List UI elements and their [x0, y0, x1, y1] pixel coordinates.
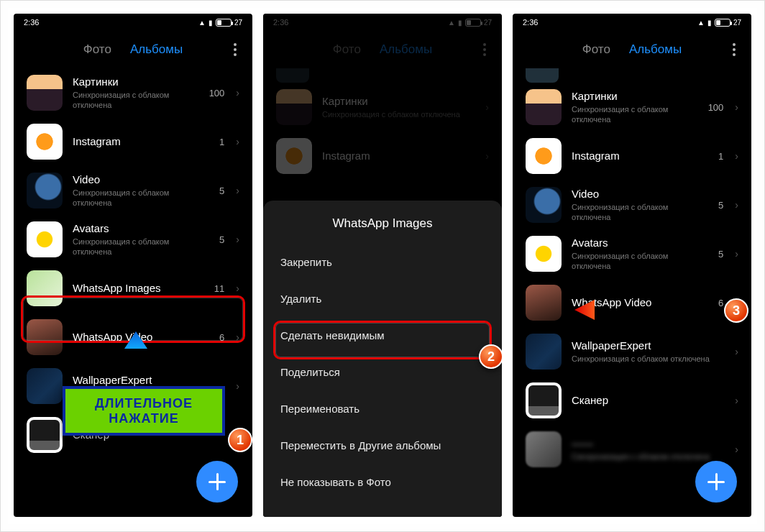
- chevron-right-icon: ›: [735, 444, 738, 455]
- album-thumbnail: [27, 319, 63, 355]
- album-thumbnail: [27, 270, 63, 306]
- wifi-icon: ▲: [697, 19, 705, 27]
- sheet-action[interactable]: Сделать невидимым: [279, 317, 486, 354]
- album-row[interactable]: Instagram1›: [521, 132, 743, 180]
- album-thumbnail: [526, 431, 562, 467]
- tab-bar: Фото Альбомы: [14, 31, 252, 68]
- battery-pct: 27: [733, 19, 741, 27]
- status-icons: ▲ ▮ 27: [198, 19, 242, 27]
- album-title: WallpaperExpert: [572, 339, 713, 352]
- album-meta: AvatarsСинхронизация с облаком отключена: [572, 237, 708, 272]
- album-row[interactable]: WallpaperExpertСинхронизация с облаком о…: [521, 327, 743, 376]
- album-subtitle: Синхронизация с облаком отключена: [572, 354, 713, 364]
- chevron-right-icon: ›: [735, 150, 738, 162]
- album-thumbnail: [27, 221, 63, 257]
- chevron-right-icon: ›: [735, 101, 738, 113]
- album-row[interactable]: AvatarsСинхронизация с облаком отключена…: [22, 215, 244, 264]
- album-thumbnail: [27, 124, 63, 160]
- wifi-icon: ▲: [198, 19, 206, 27]
- chevron-right-icon: ›: [236, 283, 239, 294]
- album-title: Сканер: [572, 394, 713, 407]
- album-meta: КартинкиСинхронизация с облаком отключен…: [572, 90, 698, 125]
- album-count: 11: [214, 283, 224, 294]
- album-row[interactable]: WhatsApp Video6›: [22, 313, 244, 362]
- tab-albums[interactable]: Альбомы: [130, 42, 183, 57]
- album-thumbnail: [526, 236, 562, 272]
- album-row[interactable]: КартинкиСинхронизация с облаком отключен…: [22, 68, 244, 117]
- overflow-menu-icon[interactable]: [228, 41, 242, 58]
- album-meta: WhatsApp Video: [73, 331, 209, 344]
- album-title: Avatars: [73, 222, 209, 235]
- battery-icon: [216, 19, 232, 27]
- status-bar: 2:36 ▲ ▮ 27: [14, 14, 252, 31]
- album-thumbnail: [526, 187, 562, 223]
- sheet-action[interactable]: Поделиться: [279, 354, 486, 390]
- album-subtitle: Синхронизация с облаком отключена: [572, 104, 698, 125]
- album-thumbnail: [526, 334, 562, 370]
- fab-add-button[interactable]: [695, 461, 737, 503]
- album-row[interactable]: VideoСинхронизация с облаком отключена5›: [521, 180, 743, 229]
- album-meta: WhatsApp Video: [572, 296, 708, 309]
- sheet-action[interactable]: Не показывать в Фото: [279, 464, 486, 500]
- fab-add-button[interactable]: [196, 461, 238, 503]
- album-subtitle: Синхронизация с облаком отключена: [73, 237, 209, 257]
- album-title: WallpaperExpert: [73, 374, 214, 387]
- chevron-right-icon: ›: [735, 395, 738, 406]
- album-title: WhatsApp Images: [73, 282, 204, 295]
- album-row[interactable]: КартинкиСинхронизация с облаком отключен…: [521, 83, 743, 132]
- album-stub: [526, 68, 559, 83]
- sheet-action[interactable]: Переместить в Другие альбомы: [279, 427, 486, 464]
- album-subtitle: Синхронизация с облаком отключена: [73, 90, 199, 111]
- album-meta: VideoСинхронизация с облаком отключена: [572, 188, 708, 223]
- album-title: WhatsApp Video: [73, 331, 209, 344]
- album-meta: Instagram: [73, 135, 209, 148]
- album-count: 6: [219, 332, 224, 343]
- album-title: Сканер: [73, 428, 214, 441]
- sheet-title: WhatsApp Images: [279, 216, 486, 231]
- battery-icon: [715, 19, 730, 27]
- album-title: Video: [572, 188, 708, 201]
- album-row[interactable]: WallpaperExpertСинхронизация с облаком о…: [22, 362, 244, 411]
- sheet-action[interactable]: Закрепить: [279, 244, 486, 280]
- album-title: Instagram: [572, 150, 708, 162]
- signal-icon: ▮: [209, 19, 213, 27]
- album-title: Avatars: [572, 237, 708, 249]
- album-row[interactable]: Instagram1›: [22, 117, 244, 166]
- album-meta: Instagram: [572, 150, 708, 162]
- album-count: 1: [219, 137, 224, 147]
- album-row[interactable]: WhatsApp Images11›: [22, 264, 244, 313]
- tab-photos[interactable]: Фото: [83, 42, 111, 57]
- album-thumbnail: [526, 89, 562, 125]
- phone-screen-3: 2:36 ▲ ▮ 27 Фото Альбомы КартинкиСинхрон…: [513, 14, 751, 517]
- tab-bar: Фото Альбомы: [513, 31, 751, 68]
- album-row[interactable]: AvatarsСинхронизация с облаком отключена…: [521, 229, 743, 278]
- album-meta: WallpaperExpertСинхронизация с облаком о…: [73, 374, 214, 398]
- battery-pct: 27: [234, 19, 242, 27]
- tab-photos[interactable]: Фото: [582, 42, 610, 57]
- album-list: КартинкиСинхронизация с облаком отключен…: [513, 83, 751, 474]
- album-title: ——: [572, 437, 713, 450]
- album-row[interactable]: Сканер›: [521, 376, 743, 425]
- album-thumbnail: [27, 368, 63, 404]
- status-icons: ▲ ▮ 27: [697, 19, 741, 27]
- chevron-right-icon: ›: [735, 199, 738, 211]
- album-meta: ——Синхронизация с облаком отключена: [572, 437, 713, 462]
- album-row[interactable]: WhatsApp Video6›: [521, 278, 743, 327]
- chevron-right-icon: ›: [236, 136, 239, 147]
- chevron-right-icon: ›: [236, 234, 239, 245]
- album-row[interactable]: Сканер›: [22, 411, 244, 459]
- sheet-action[interactable]: Переименовать: [279, 390, 486, 427]
- album-subtitle: Синхронизация с облаком отключена: [572, 251, 708, 272]
- stage: 2:36 ▲ ▮ 27 Фото Альбомы КартинкиСинхрон…: [8, 8, 757, 524]
- album-meta: Сканер: [73, 428, 214, 441]
- status-time: 2:36: [523, 18, 538, 27]
- album-thumbnail: [27, 417, 63, 453]
- tab-albums[interactable]: Альбомы: [629, 42, 682, 57]
- chevron-right-icon: ›: [735, 346, 738, 357]
- album-meta: Сканер: [572, 394, 713, 407]
- overflow-menu-icon[interactable]: [727, 41, 741, 58]
- chevron-right-icon: ›: [735, 297, 738, 308]
- chevron-right-icon: ›: [236, 331, 239, 343]
- album-row[interactable]: VideoСинхронизация с облаком отключена5›: [22, 166, 244, 215]
- sheet-action[interactable]: Удалить: [279, 280, 486, 317]
